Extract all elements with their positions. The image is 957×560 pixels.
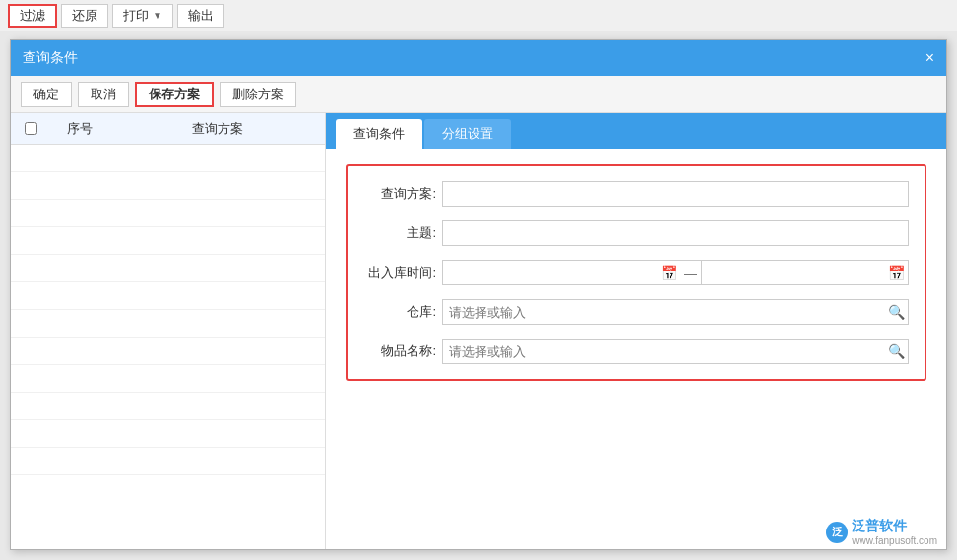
warehouse-input[interactable]	[443, 300, 884, 324]
filter-button[interactable]: 过滤	[8, 4, 57, 28]
label-date: 出入库时间:	[363, 264, 442, 281]
logo-text-group: 泛普软件 www.fanpusoft.com	[852, 518, 937, 546]
list-item	[11, 282, 325, 310]
dialog-title: 查询条件	[23, 49, 78, 67]
cancel-button[interactable]: 取消	[78, 82, 129, 107]
form-row-subject: 主题:	[363, 219, 909, 247]
dialog-titlebar: 查询条件 ×	[11, 40, 946, 76]
list-header-checkbox	[11, 122, 50, 135]
list-item	[11, 255, 325, 282]
dialog-actions: 确定 取消 保存方案 删除方案	[11, 76, 946, 113]
calendar-start-icon[interactable]: 📅	[657, 261, 680, 284]
date-separator: —	[680, 266, 701, 280]
dialog-body: 序号 查询方案	[11, 113, 946, 549]
export-button[interactable]: 输出	[177, 4, 224, 28]
list-item	[11, 310, 325, 338]
input-subject[interactable]	[442, 220, 909, 246]
form-section: 查询方案: 主题: 出入库时间: 📅 —	[346, 164, 926, 381]
save-scheme-button[interactable]: 保存方案	[135, 82, 214, 107]
form-row-warehouse: 仓库: 🔍	[363, 298, 909, 326]
restore-button[interactable]: 还原	[61, 4, 108, 28]
query-dialog: 查询条件 × 确定 取消 保存方案 删除方案 序号 查询方案	[10, 39, 947, 550]
list-item	[11, 200, 325, 227]
tab-group-settings[interactable]: 分组设置	[424, 119, 511, 149]
select-all-checkbox[interactable]	[25, 122, 37, 135]
confirm-button[interactable]: 确定	[21, 82, 72, 107]
form-row-scheme: 查询方案:	[363, 180, 909, 208]
item-name-search-icon[interactable]: 🔍	[884, 340, 908, 363]
logo-area: 泛 泛普软件 www.fanpusoft.com	[826, 518, 937, 546]
warehouse-search-icon[interactable]: 🔍	[884, 300, 908, 324]
logo-main-text: 泛普软件	[852, 518, 937, 535]
left-panel: 序号 查询方案	[11, 113, 326, 549]
top-toolbar: 过滤 还原 打印 ▼ 输出	[0, 0, 957, 31]
label-item-name: 物品名称:	[363, 342, 442, 360]
list-item	[11, 227, 325, 255]
delete-scheme-button[interactable]: 删除方案	[220, 82, 296, 107]
list-item	[11, 448, 325, 475]
input-scheme[interactable]	[442, 181, 909, 207]
right-panel: 查询条件 分组设置 查询方案: 主题:	[326, 113, 946, 549]
list-header-name: 查询方案	[109, 120, 325, 138]
warehouse-search-wrap: 🔍	[442, 299, 909, 325]
list-body	[11, 145, 325, 549]
logo-icon: 泛	[826, 522, 848, 543]
label-scheme: 查询方案:	[363, 185, 442, 203]
list-header-seq: 序号	[50, 120, 109, 138]
form-row-item-name: 物品名称: 🔍	[363, 338, 909, 365]
print-dropdown-arrow: ▼	[153, 10, 162, 21]
list-item	[11, 393, 325, 420]
list-header: 序号 查询方案	[11, 113, 325, 145]
list-item	[11, 338, 325, 365]
date-end-input[interactable]	[702, 261, 884, 284]
list-item	[11, 145, 325, 172]
label-warehouse: 仓库:	[363, 303, 442, 321]
date-start-input[interactable]	[443, 261, 657, 284]
label-subject: 主题:	[363, 224, 442, 242]
form-row-date: 出入库时间: 📅 — 📅	[363, 259, 909, 286]
date-end-section: 📅	[701, 261, 908, 284]
print-label: 打印	[123, 7, 149, 25]
dialog-close-button[interactable]: ×	[925, 50, 934, 66]
tab-query-conditions[interactable]: 查询条件	[336, 119, 422, 149]
calendar-end-icon[interactable]: 📅	[884, 261, 908, 284]
form-area: 查询方案: 主题: 出入库时间: 📅 —	[326, 149, 946, 549]
date-range-input: 📅 — 📅	[442, 260, 909, 285]
tabs-bar: 查询条件 分组设置	[326, 113, 946, 149]
logo-sub-text: www.fanpusoft.com	[852, 535, 937, 546]
list-item	[11, 420, 325, 448]
item-name-input[interactable]	[443, 340, 884, 363]
print-button[interactable]: 打印 ▼	[112, 4, 173, 28]
item-name-search-wrap: 🔍	[442, 339, 909, 364]
list-item	[11, 365, 325, 393]
list-item	[11, 172, 325, 200]
